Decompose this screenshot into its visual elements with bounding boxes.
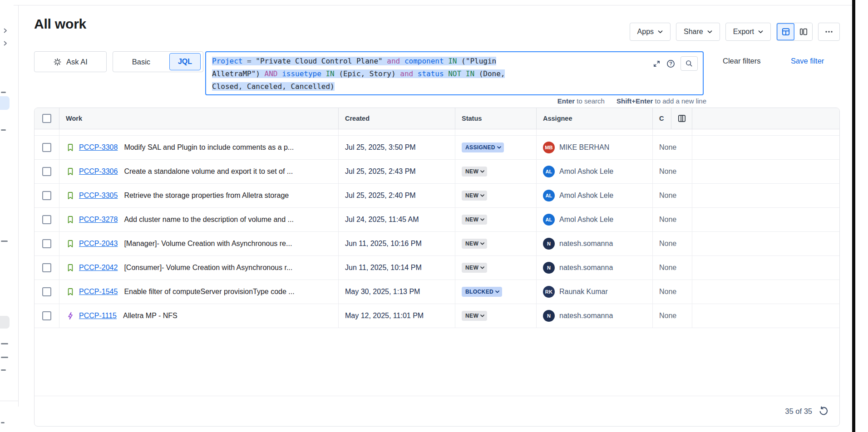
row-checkbox[interactable] [42,311,51,320]
status-badge[interactable]: NEW [462,263,487,273]
extra-cell: None [653,184,692,207]
search-icon [685,59,693,68]
work-cell: PCCP-3308 Modify SAL and Plugin to inclu… [59,136,339,159]
extra-cell: None [653,232,692,255]
status-cell: NEW [455,304,537,328]
assignee-cell[interactable]: AL Amol Ashok Lele [537,184,653,207]
detail-view-button[interactable] [794,23,812,40]
chevron-right-icon[interactable] [4,28,7,33]
chevron-down-icon [758,30,763,34]
sidebar-item-fragment [1,343,8,344]
hint-shift-key: Shift+Enter [616,97,653,105]
column-header-created[interactable]: Created [339,108,455,129]
issue-key-link[interactable]: PCCP-3278 [79,216,118,224]
issue-key-link[interactable]: PCCP-1115 [79,312,117,320]
extra-cell: None [653,304,692,328]
assignee-cell[interactable]: MB MIKE BERHAN [537,136,653,159]
work-cell: PCCP-2043 [Manager]- Volume Creation wit… [59,232,339,255]
select-all-checkbox[interactable] [42,114,51,123]
app-screen: All work Apps Share Export [0,0,868,432]
apps-button[interactable]: Apps [630,23,671,41]
row-checkbox[interactable] [42,143,51,152]
column-header-work[interactable]: Work [59,108,339,129]
export-button[interactable]: Export [725,23,771,41]
columns-settings-button[interactable] [677,114,686,123]
row-checkbox[interactable] [42,287,51,296]
sidebar-selected-item[interactable] [0,96,10,110]
refresh-button[interactable] [819,406,829,416]
jql-mode-tab[interactable]: JQL [169,53,201,70]
work-cell: PCCP-3305 Retrieve the storage propertie… [59,184,339,207]
status-badge[interactable]: NEW [462,167,487,177]
issue-key-link[interactable]: PCCP-3305 [79,191,118,200]
column-header-clipped[interactable]: C [653,108,671,129]
issue-key-link[interactable]: PCCP-2042 [79,264,118,272]
jql-query-text: Project = "Private Cloud Control Plane" … [212,55,646,93]
jql-line: AlletraMP") AND issuetype IN (Epic, Stor… [212,68,646,80]
issue-key-link[interactable]: PCCP-2043 [79,240,118,248]
share-button[interactable]: Share [676,23,720,41]
syntax-help-button[interactable]: ? [666,59,676,69]
row-checkbox[interactable] [42,215,51,224]
status-badge[interactable]: NEW [462,215,487,225]
more-actions-button[interactable] [818,23,840,41]
issue-key-link[interactable]: PCCP-3306 [79,167,118,176]
assignee-cell[interactable]: N natesh.somanna [537,232,653,255]
assignee-cell[interactable]: AL Amol Ashok Lele [537,208,653,231]
work-items-table: Work Created Status Assignee C [34,108,840,427]
sidebar-item-fragment [1,92,6,93]
jql-search-input[interactable]: Project = "Private Cloud Control Plane" … [205,51,704,95]
status-badge[interactable]: NEW [462,191,487,201]
hint-enter-text: to search [575,97,605,105]
extra-cell: None [653,256,692,280]
table-row: PCCP-2042 [Consumer]- Volume Creation wi… [35,256,839,280]
detail-view-icon [799,27,808,36]
status-badge[interactable]: NEW [462,239,487,249]
status-label: BLOCKED [465,289,493,295]
chevron-down-icon [480,218,484,221]
issue-title: Add cluster name to the description of v… [124,216,294,224]
extra-value: None [659,216,676,224]
expand-icon [652,59,661,68]
row-select-cell [35,208,59,231]
issue-key-link[interactable]: PCCP-1545 [79,288,118,296]
extra-value: None [659,143,676,152]
assignee-cell[interactable]: RK Raunak Kumar [537,280,653,304]
row-checkbox[interactable] [42,167,51,176]
column-header-status[interactable]: Status [455,108,537,129]
chevron-down-icon [495,290,499,293]
sidebar-item-fragment [1,129,6,131]
basic-mode-tab[interactable]: Basic [113,58,169,66]
status-badge[interactable]: NEW [462,311,487,321]
sidebar-hovered-item[interactable] [0,316,10,329]
main-toolbar: Apps Share Export [612,23,840,41]
work-cell: PCCP-1115 Alletra MP - NFS [59,304,339,328]
status-badge[interactable]: BLOCKED [462,287,502,297]
story-icon [66,143,75,152]
ask-ai-button[interactable]: Ask AI [34,51,107,72]
run-search-button[interactable] [681,56,698,71]
chevron-down-icon [480,194,484,197]
list-view-button[interactable] [777,23,794,40]
assignee-cell[interactable]: AL Amol Ashok Lele [537,160,653,183]
created-cell: May 30, 2025, 1:13 PM [339,280,455,304]
chevron-right-icon[interactable] [4,41,7,46]
issue-key-link[interactable]: PCCP-3308 [79,143,118,152]
avatar: N [543,262,555,274]
assignee-cell[interactable]: N natesh.somanna [537,256,653,280]
expand-editor-button[interactable] [652,59,661,68]
save-filter-button[interactable]: Save filter [791,57,824,65]
extra-cell: None [653,208,692,231]
extra-cell: None [653,136,692,159]
row-checkbox[interactable] [42,263,51,272]
row-checkbox[interactable] [42,191,51,200]
row-checkbox[interactable] [42,239,51,248]
story-icon [66,263,75,272]
status-badge[interactable]: ASSIGNED [462,142,504,152]
avatar: RK [543,286,555,298]
hint-enter-key: Enter [557,97,575,105]
column-header-assignee[interactable]: Assignee [537,108,653,129]
assignee-name: natesh.somanna [559,240,613,248]
clear-filters-button[interactable]: Clear filters [723,57,760,65]
assignee-cell[interactable]: N natesh.somanna [537,304,653,328]
